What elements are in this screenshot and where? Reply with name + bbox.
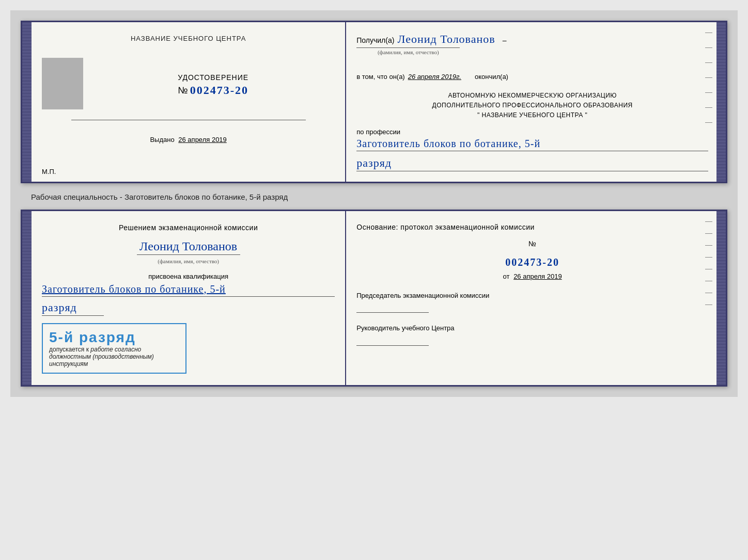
top-cert-right-page: Получил(а) Леонид Толованов – (фамилия, … (346, 22, 716, 182)
protocol-number: 002473-20 (356, 257, 708, 268)
osnovanie-text: Основание: протокол экзаменационной коми… (356, 221, 708, 233)
page-wrapper: НАЗВАНИЕ УЧЕБНОГО ЦЕНТРА УДОСТОВЕРЕНИЕ №… (10, 10, 738, 397)
avt-line3: " НАЗВАНИЕ УЧЕБНОГО ЦЕНТРА " (356, 110, 708, 120)
predsedatel-block: Председатель экзаменационной комиссии (356, 291, 708, 313)
po-professii-label: по профессии (356, 128, 708, 136)
udost-label: УДОСТОВЕРЕНИЕ (91, 73, 335, 82)
qualification-text: Заготовитель блоков по ботанике, 5-й (42, 283, 335, 297)
top-cert-left-page: НАЗВАНИЕ УЧЕБНОГО ЦЕНТРА УДОСТОВЕРЕНИЕ №… (32, 22, 346, 182)
ot-date: 26 апреля 2019 (513, 273, 562, 280)
bottom-deco-2 (705, 233, 712, 234)
bottom-certificate-book: Решением экзаменационной комиссии Леонид… (21, 210, 727, 387)
bottom-deco-8 (705, 305, 712, 305)
decorative-lines (705, 33, 712, 123)
rukovoditel-label: Руководитель учебного Центра (356, 323, 708, 333)
protocol-number-block: № 002473-20 (356, 239, 708, 268)
deco-dash-3 (705, 62, 712, 63)
poluchil-row: Получил(а) Леонид Толованов – (356, 33, 708, 46)
mp-label: М.П. (42, 168, 56, 175)
top-cert-heading: НАЗВАНИЕ УЧЕБНОГО ЦЕНТРА (42, 35, 335, 42)
okoncil-label: окончил(а) (475, 73, 508, 81)
bottom-decorative-lines (705, 221, 712, 305)
deco-dash-4 (705, 77, 712, 78)
prisvoena-text: присвоена квалификация (42, 273, 335, 280)
bottom-cert-right-page: Основание: протокол экзаменационной коми… (346, 211, 716, 385)
book-spine-right (716, 22, 726, 182)
avt-line2: ДОПОЛНИТЕЛЬНОГО ПРОФЕССИОНАЛЬНОГО ОБРАЗО… (356, 101, 708, 110)
vydano-date: 26 апреля 2019 (178, 136, 227, 143)
resheniem-text: Решением экзаменационной комиссии (42, 222, 335, 233)
rukovoditel-signature-line (356, 337, 429, 346)
separator-line (71, 120, 306, 120)
vtom-prefix: в том, что он(а) (356, 73, 404, 81)
razryad-text: разряд (356, 156, 708, 171)
bottom-deco-7 (705, 293, 712, 293)
vydano-label: Выдано (150, 136, 174, 143)
bottom-deco-3 (705, 245, 712, 246)
avt-org-block: АВТОНОМНУЮ НЕКОММЕРЧЕСКУЮ ОРГАНИЗАЦИЮ ДО… (356, 91, 708, 121)
photo-placeholder (42, 58, 83, 109)
profession-text: Заготовитель блоков по ботанике, 5-й (356, 138, 708, 151)
avt-line1: АВТОНОМНУЮ НЕКОММЕРЧЕСКУЮ ОРГАНИЗАЦИЮ (356, 91, 708, 101)
cert-number: 002473-20 (190, 84, 248, 97)
ot-prefix: от (503, 273, 510, 280)
specialty-label: Рабочая специальность - Заготовитель бло… (31, 193, 727, 201)
fio-label-bottom: (фамилия, имя, отчество) (158, 258, 219, 264)
bottom-book-spine-left (22, 211, 32, 385)
deco-dash-1 (705, 33, 712, 33)
bottom-deco-4 (705, 257, 712, 258)
fio-text: (фамилия, имя, отчество) (356, 47, 460, 55)
deco-dash-6 (705, 107, 712, 108)
vtom-row: в том, что он(а) 26 апреля 2019г. окончи… (356, 63, 708, 84)
rukovoditel-block: Руководитель учебного Центра (356, 323, 708, 346)
predsedatel-signature-line (356, 303, 429, 313)
poluchil-label: Получил(а) (356, 36, 394, 44)
person-name-bottom-block: Леонид Толованов (фамилия, имя, отчество… (42, 237, 335, 264)
deco-dash-7 (705, 122, 712, 123)
fio-label-top: (фамилия, имя, отчество) (356, 47, 708, 55)
predsedatel-label: Председатель экзаменационной комиссии (356, 291, 708, 301)
number-prefix: № (178, 85, 188, 96)
person-name-top: Леонид Толованов (397, 33, 495, 46)
deco-dash-5 (705, 92, 712, 93)
ot-line: от 26 апреля 2019 (356, 273, 708, 280)
bottom-book-spine-right (716, 211, 726, 385)
person-name-bottom: Леонид Толованов (137, 239, 240, 255)
bottom-deco-5 (705, 269, 712, 269)
bottom-deco-6 (705, 281, 712, 281)
stamp-dopuskaetsya-text: допускается к (49, 346, 89, 353)
bottom-cert-left-page: Решением экзаменационной комиссии Леонид… (32, 211, 346, 385)
stamp-grade: 5-й разряд (49, 329, 179, 346)
number-prefix-bottom: № (528, 239, 536, 248)
deco-dash-2 (705, 47, 712, 48)
stamp-box: 5-й разряд допускается к работе согласно… (42, 323, 186, 374)
razryad2-text: разряд (42, 301, 104, 316)
top-certificate-book: НАЗВАНИЕ УЧЕБНОГО ЦЕНТРА УДОСТОВЕРЕНИЕ №… (21, 21, 727, 183)
vydano-line: Выдано 26 апреля 2019 (42, 136, 335, 143)
vtom-date: 26 апреля 2019г. (408, 73, 461, 81)
cert-number-block: УДОСТОВЕРЕНИЕ № 002473-20 (91, 63, 335, 97)
book-spine-left (22, 22, 32, 182)
bottom-deco-1 (705, 221, 712, 222)
stamp-dopuskaetsya: допускается к работе согласно должностны… (49, 346, 179, 367)
